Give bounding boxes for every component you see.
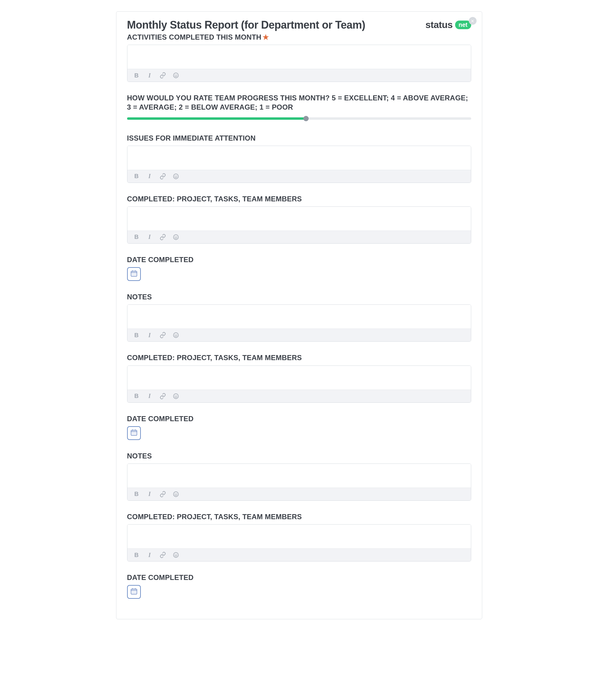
italic-button[interactable]: I [147,332,153,339]
rich-text-field: BI [127,366,471,403]
calendar-icon [130,588,138,596]
form-section: HOW WOULD YOU RATE TEAM PROGRESS THIS MO… [127,93,471,122]
bold-button[interactable]: B [133,332,140,339]
rich-text-field: BI [127,146,471,183]
slider-fill [127,117,306,120]
italic-button[interactable]: I [147,393,153,399]
svg-point-2 [177,75,177,75]
svg-point-8 [177,236,177,237]
close-button[interactable]: ✕ [469,17,476,25]
calendar-icon [130,270,138,278]
text-input[interactable] [127,366,471,390]
text-input[interactable] [127,146,471,170]
link-button[interactable] [160,173,166,180]
bold-button[interactable]: B [133,491,140,497]
section-label: ISSUES FOR IMMEDIATE ATTENTION [127,133,471,143]
link-button[interactable] [160,552,166,558]
svg-point-37 [177,494,177,494]
emoji-button[interactable] [173,72,179,79]
svg-point-6 [173,235,178,240]
slider-thumb[interactable] [303,116,309,121]
form-section: DATE COMPLETED [127,255,471,281]
section-label: NOTES [127,451,471,460]
link-button[interactable] [160,393,166,399]
section-label: HOW WOULD YOU RATE TEAM PROGRESS THIS MO… [127,93,471,112]
svg-point-40 [177,554,177,555]
section-label: NOTES [127,292,471,301]
form-section: ACTIVITIES COMPLETED THIS MONTH★BI [127,32,471,82]
svg-point-0 [173,73,178,78]
form-section: COMPLETED: PROJECT, TASKS, TEAM MEMBERSB… [127,512,471,561]
required-star-icon: ★ [263,33,269,41]
rte-toolbar: BI [127,230,471,243]
rich-text-field: BI [127,524,471,561]
italic-button[interactable]: I [147,72,153,79]
form-title: Monthly Status Report (for Department or… [127,19,365,31]
form-section: DATE COMPLETED [127,573,471,599]
form-section: NOTESBI [127,451,471,501]
svg-point-35 [173,492,178,497]
bold-button[interactable]: B [133,393,140,399]
bold-button[interactable]: B [133,72,140,79]
svg-point-38 [173,553,178,558]
svg-point-24 [177,395,177,396]
section-label: DATE COMPLETED [127,573,471,582]
form-header: Monthly Status Report (for Department or… [127,19,471,31]
close-icon: ✕ [471,19,474,23]
svg-point-5 [177,175,177,176]
italic-button[interactable]: I [147,552,153,558]
rte-toolbar: BI [127,390,471,402]
svg-point-1 [175,75,175,75]
italic-button[interactable]: I [147,491,153,497]
emoji-button[interactable] [173,393,179,399]
svg-point-7 [175,236,175,237]
svg-point-21 [177,334,177,335]
italic-button[interactable]: I [147,234,153,241]
section-label: COMPLETED: PROJECT, TASKS, TEAM MEMBERS [127,353,471,362]
section-label: COMPLETED: PROJECT, TASKS, TEAM MEMBERS [127,194,471,203]
text-input[interactable] [127,464,471,488]
bold-button[interactable]: B [133,173,140,180]
rating-slider[interactable] [127,115,471,122]
rte-toolbar: BI [127,69,471,82]
rich-text-field: BI [127,45,471,82]
form-section: DATE COMPLETED [127,414,471,440]
text-input[interactable] [127,305,471,329]
rte-toolbar: BI [127,488,471,500]
emoji-button[interactable] [173,552,179,558]
svg-point-23 [175,395,175,396]
form-section: COMPLETED: PROJECT, TASKS, TEAM MEMBERSB… [127,353,471,402]
date-picker-button[interactable] [127,267,141,281]
emoji-button[interactable] [173,332,179,339]
svg-point-36 [175,494,175,494]
date-picker-button[interactable] [127,585,141,599]
link-button[interactable] [160,234,166,241]
form-section: ISSUES FOR IMMEDIATE ATTENTIONBI [127,133,471,183]
emoji-button[interactable] [173,234,179,241]
emoji-button[interactable] [173,173,179,180]
svg-point-22 [173,394,178,399]
svg-point-3 [173,174,178,179]
link-button[interactable] [160,72,166,79]
italic-button[interactable]: I [147,173,153,180]
svg-point-20 [175,334,175,335]
link-button[interactable] [160,332,166,339]
bold-button[interactable]: B [133,552,140,558]
bold-button[interactable]: B [133,234,140,241]
text-input[interactable] [127,207,471,230]
date-picker-button[interactable] [127,426,141,440]
rte-toolbar: BI [127,548,471,561]
section-label: ACTIVITIES COMPLETED THIS MONTH★ [127,32,471,42]
text-input[interactable] [127,525,471,548]
text-input[interactable] [127,45,471,69]
rich-text-field: BI [127,464,471,501]
emoji-button[interactable] [173,491,179,497]
svg-point-19 [173,333,178,338]
form-card: ✕ Monthly Status Report (for Department … [116,11,482,619]
section-label: DATE COMPLETED [127,414,471,423]
rich-text-field: BI [127,304,471,342]
brand-net-badge: net [455,21,471,29]
link-button[interactable] [160,491,166,497]
form-section: NOTESBI [127,292,471,342]
svg-point-39 [175,554,175,555]
